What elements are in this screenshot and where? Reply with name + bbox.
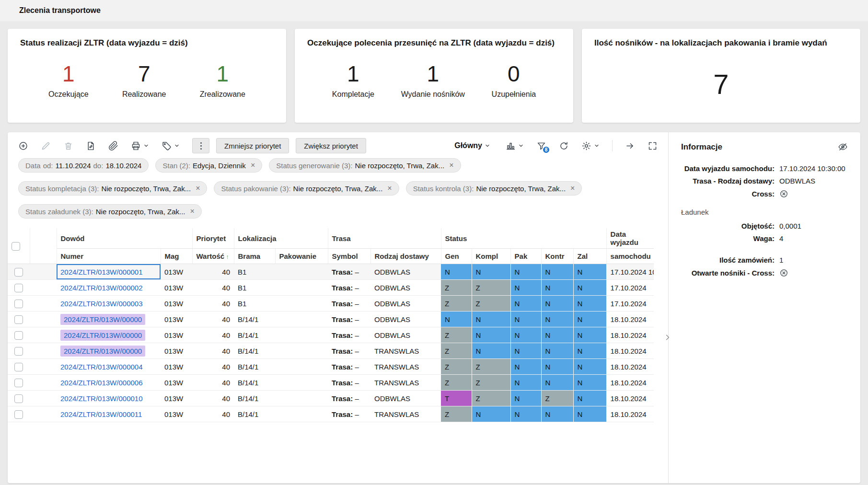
print-button[interactable] bbox=[131, 141, 149, 151]
table-row[interactable]: 2024/ZLTR/013W/00000 013W 40 B/14/1 Tras… bbox=[8, 312, 654, 327]
row-checkbox[interactable] bbox=[14, 284, 23, 292]
filter-chip[interactable]: Status pakowanie (3):Nie rozpoczęto, Trw… bbox=[214, 181, 399, 196]
refresh-icon bbox=[559, 141, 569, 151]
add-button[interactable] bbox=[18, 141, 28, 151]
stat-value: 7 bbox=[122, 62, 166, 85]
column-header-zal[interactable]: Zal bbox=[573, 249, 606, 264]
status-cell-pak: N bbox=[510, 406, 541, 422]
chip-close-icon[interactable]: × bbox=[196, 185, 200, 192]
label-button[interactable] bbox=[162, 141, 180, 151]
edit-document-button[interactable] bbox=[86, 141, 96, 151]
group-header-status: Status bbox=[441, 228, 606, 249]
rodzaj-dostawy-cell: TRANSWLAS bbox=[370, 343, 441, 359]
filter-chip[interactable]: Stan (2):Edycja, Dziennik × bbox=[155, 158, 262, 173]
chip-close-icon[interactable]: × bbox=[190, 208, 194, 215]
column-header-kompl[interactable]: Kompl bbox=[472, 249, 510, 264]
table-row[interactable]: 2024/ZLTR/013W/000002 013W 40 B1 Trasa: … bbox=[8, 280, 654, 296]
order-number-link[interactable]: 2024/ZLTR/013W/00000 bbox=[60, 330, 145, 341]
chip-label: Data bbox=[25, 162, 41, 170]
order-number-link[interactable]: 2024/ZLTR/013W/00000 bbox=[60, 314, 145, 325]
row-checkbox[interactable] bbox=[14, 331, 23, 340]
rodzaj-dostawy-cell: TRANSWLAS bbox=[370, 359, 441, 375]
table-row[interactable]: 2024/ZLTR/013W/000010 013W 40 B/14/1 Tra… bbox=[8, 391, 654, 406]
filter-chip[interactable]: Status kontrola (3):Nie rozpoczęto, Trwa… bbox=[406, 181, 582, 196]
row-checkbox[interactable] bbox=[14, 394, 23, 403]
chip-label: Stan (2): bbox=[162, 162, 190, 170]
mag-cell: 013W bbox=[161, 391, 192, 406]
table-row[interactable]: 2024/ZLTR/013W/000003 013W 40 B1 Trasa: … bbox=[8, 296, 654, 312]
collapse-info-panel-chevron[interactable] bbox=[664, 334, 671, 343]
status-cell-kompl: N bbox=[472, 406, 510, 422]
column-header-kontr[interactable]: Kontr bbox=[541, 249, 573, 264]
row-checkbox[interactable] bbox=[14, 363, 23, 371]
refresh-button[interactable] bbox=[559, 141, 569, 151]
row-checkbox[interactable] bbox=[14, 315, 23, 324]
table-row[interactable]: 2024/ZLTR/013W/000006 013W 40 B/14/1 Tra… bbox=[8, 375, 654, 391]
row-checkbox[interactable] bbox=[14, 300, 23, 308]
chip-value: Nie rozpoczęto, Trwa, Zak... bbox=[355, 162, 444, 170]
chip-close-icon[interactable]: × bbox=[251, 162, 255, 169]
table-row[interactable]: 2024/ZLTR/013W/00000 013W 40 B/14/1 Tras… bbox=[8, 327, 654, 343]
order-number-link[interactable]: 2024/ZLTR/013W/000002 bbox=[60, 284, 143, 292]
table-row[interactable]: 2024/ZLTR/013W/00000 013W 40 B/14/1 Tras… bbox=[8, 343, 654, 359]
column-header-pakowanie[interactable]: Pakowanie bbox=[275, 249, 328, 264]
increase-priority-button[interactable]: Zwiększ priorytet bbox=[296, 138, 366, 153]
stat-kompletacje: 1 Kompletacje bbox=[332, 62, 374, 99]
order-number-link[interactable]: 2024/ZLTR/013W/000010 bbox=[60, 394, 143, 403]
column-header-samochodu[interactable]: samochodu bbox=[606, 249, 654, 264]
priority-value-cell: 40 bbox=[192, 296, 234, 312]
status-cell-gen: Z bbox=[441, 296, 472, 312]
row-checkbox[interactable] bbox=[14, 268, 23, 277]
hide-info-panel-button[interactable] bbox=[838, 142, 848, 152]
table-row[interactable]: 2024/ZLTR/013W/000004 013W 40 B/14/1 Tra… bbox=[8, 359, 654, 375]
column-header-symbol[interactable]: Symbol bbox=[328, 249, 370, 264]
row-checkbox[interactable] bbox=[14, 410, 23, 419]
delete-button[interactable] bbox=[63, 141, 73, 151]
column-header-numer[interactable]: Numer bbox=[57, 249, 161, 264]
chart-view-button[interactable] bbox=[506, 141, 524, 151]
table-row[interactable]: 2024/ZLTR/013W/000011 013W 40 B/14/1 Tra… bbox=[8, 406, 654, 422]
order-number-link[interactable]: 2024/ZLTR/013W/000004 bbox=[60, 363, 143, 371]
column-header-gen[interactable]: Gen bbox=[441, 249, 472, 264]
edit-button[interactable] bbox=[41, 141, 51, 151]
select-all-checkbox[interactable] bbox=[12, 242, 20, 251]
stat-oczekujace: 1 Oczekujące bbox=[48, 62, 89, 99]
chip-close-icon[interactable]: × bbox=[570, 185, 575, 192]
order-number-link[interactable]: 2024/ZLTR/013W/000006 bbox=[60, 379, 143, 387]
status-cell-kompl: Z bbox=[472, 391, 510, 406]
order-number-link[interactable]: 2024/ZLTR/013W/00000 bbox=[60, 346, 145, 357]
attachment-button[interactable] bbox=[108, 141, 118, 151]
settings-button[interactable] bbox=[581, 141, 600, 151]
table-row[interactable]: 2024/ZLTR/013W/000001 013W 40 B1 Trasa: … bbox=[8, 264, 654, 280]
mag-cell: 013W bbox=[161, 312, 192, 327]
column-header-mag[interactable]: Mag bbox=[161, 249, 192, 264]
filter-chip[interactable]: Dataod:11.10.2024do:18.10.2024 bbox=[18, 158, 149, 173]
column-header-pak[interactable]: Pak bbox=[510, 249, 541, 264]
chip-close-icon[interactable]: × bbox=[387, 185, 392, 192]
fullscreen-button[interactable] bbox=[648, 141, 658, 151]
filter-button[interactable]: 8 bbox=[536, 141, 546, 151]
more-actions-button[interactable] bbox=[192, 138, 209, 153]
column-header-rodzaj-dostawy[interactable]: Rodzaj dostawy bbox=[370, 249, 441, 264]
order-number-link[interactable]: 2024/ZLTR/013W/000001 bbox=[60, 268, 143, 276]
order-number-link[interactable]: 2024/ZLTR/013W/000003 bbox=[60, 300, 143, 308]
row-checkbox[interactable] bbox=[14, 379, 23, 387]
chip-close-icon[interactable]: × bbox=[449, 162, 453, 169]
info-value-ilosc-zamowien: 1 bbox=[779, 256, 848, 264]
export-button[interactable] bbox=[625, 141, 635, 151]
row-checkbox[interactable] bbox=[14, 347, 23, 356]
status-cell-kompl: Z bbox=[472, 375, 510, 391]
order-number-link[interactable]: 2024/ZLTR/013W/000011 bbox=[60, 410, 142, 418]
decrease-priority-button[interactable]: Zmniejsz priorytet bbox=[216, 138, 289, 153]
column-header-brama[interactable]: Brama bbox=[234, 249, 275, 264]
rodzaj-dostawy-cell: ODBWLAS bbox=[370, 327, 441, 343]
filter-chip[interactable]: Status generowanie (3):Nie rozpoczęto, T… bbox=[269, 158, 461, 173]
row-icon-cell bbox=[30, 327, 57, 343]
column-header-wartosc[interactable]: Wartość↑ bbox=[192, 249, 234, 264]
view-selector[interactable]: Główny bbox=[451, 141, 493, 150]
status-cell-pak: N bbox=[510, 312, 541, 327]
filter-chip[interactable]: Status kompletacja (3):Nie rozpoczęto, T… bbox=[18, 181, 207, 196]
filter-chip[interactable]: Status załadunek (3):Nie rozpoczęto, Trw… bbox=[18, 204, 202, 219]
status-cell-kompl: N bbox=[472, 264, 510, 280]
symbol-cell: Trasa: – bbox=[328, 343, 370, 359]
